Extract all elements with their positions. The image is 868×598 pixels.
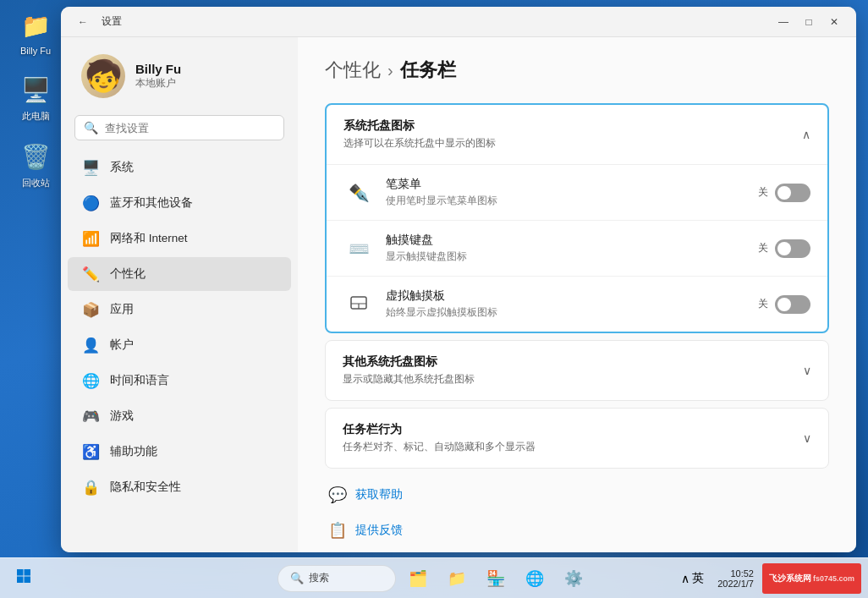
search-icon: 🔍 — [84, 121, 98, 134]
virtual-touchpad-toggle-label: 关 — [758, 297, 768, 311]
desktop-icon-computer-label: 此电脑 — [22, 110, 50, 123]
svg-rect-6 — [25, 577, 31, 584]
desktop-icon-user-label: Billy Fu — [20, 46, 51, 56]
virtual-touchpad-desc: 始终显示虚拟触摸板图标 — [386, 305, 746, 320]
section-other-tray-desc: 显示或隐藏其他系统托盘图标 — [343, 372, 475, 387]
desktop-icon-recycle[interactable]: 🗑️ 回收站 — [8, 140, 63, 189]
network-icon: 📶 — [81, 229, 100, 248]
section-other-tray-title-block: 其他系统托盘图标 显示或隐藏其他系统托盘图标 — [343, 354, 475, 387]
sidebar-item-network[interactable]: 📶 网络和 Internet — [68, 222, 291, 255]
taskbar-folder[interactable]: 📁 — [440, 562, 474, 595]
breadcrumb-separator: › — [387, 61, 393, 80]
section-system-tray-items: ✒️ 笔菜单 使用笔时显示笔菜单图标 关 — [327, 164, 827, 332]
taskbar-edge[interactable]: 🌐 — [518, 562, 552, 595]
tray-lang-icon[interactable]: 英 — [692, 571, 704, 586]
desktop-icon-computer[interactable]: 🖥️ 此电脑 — [8, 73, 63, 123]
section-other-tray-title: 其他系统托盘图标 — [343, 354, 475, 370]
taskbar-settings-pinned[interactable]: ⚙️ — [557, 562, 591, 595]
taskbar-file-explorer[interactable]: 🗂️ — [401, 562, 435, 595]
section-taskbar-behavior-chevron: ∨ — [803, 431, 811, 445]
start-button[interactable] — [7, 562, 41, 595]
sidebar-item-time-label: 时间和语言 — [110, 373, 169, 388]
file-explorer-icon: 🗂️ — [409, 569, 427, 588]
back-button[interactable]: ← — [71, 10, 95, 34]
desktop-icon-recycle-label: 回收站 — [22, 177, 50, 189]
pen-menu-toggle-thumb — [777, 186, 791, 200]
virtual-touchpad-toggle[interactable] — [775, 295, 810, 314]
personalize-icon: ✏️ — [81, 265, 100, 283]
sidebar-item-accounts[interactable]: 👤 帐户 — [68, 328, 291, 362]
sidebar-item-personalize[interactable]: ✏️ 个性化 — [68, 257, 291, 291]
section-system-tray-title: 系统托盘图标 — [343, 118, 496, 134]
help-label: 获取帮助 — [355, 487, 403, 502]
section-system-tray-chevron: ∧ — [802, 128, 810, 141]
maximize-button[interactable]: □ — [797, 10, 821, 34]
title-bar-controls: ← — [71, 10, 95, 34]
pen-menu-toggle[interactable] — [775, 184, 810, 202]
close-button[interactable]: ✕ — [822, 10, 846, 34]
store-icon: 🏪 — [486, 569, 505, 588]
sidebar-item-system[interactable]: 🖥️ 系统 — [68, 151, 291, 184]
provide-section[interactable]: 📋 提供反馈 — [325, 514, 829, 546]
accessibility-icon: ♿ — [81, 442, 100, 461]
title-bar: ← 设置 — □ ✕ — [61, 7, 856, 37]
windows-logo-icon — [16, 568, 31, 588]
system-icon: 🖥️ — [81, 158, 100, 177]
pen-menu-title: 笔菜单 — [386, 177, 746, 192]
section-other-tray-header[interactable]: 其他系统托盘图标 显示或隐藏其他系统托盘图标 ∨ — [326, 341, 828, 400]
touch-keyboard-toggle[interactable] — [775, 239, 810, 258]
settings-body: 🧒 Billy Fu 本地账户 🔍 🖥️ 系统 🔵 — [61, 37, 856, 552]
fengsha-logo[interactable]: 飞沙系统网 fs0745.com — [762, 563, 861, 594]
sidebar: 🧒 Billy Fu 本地账户 🔍 🖥️ 系统 🔵 — [61, 37, 298, 552]
section-other-tray-chevron: ∨ — [803, 364, 811, 377]
touch-keyboard-desc: 显示触摸键盘图标 — [386, 250, 746, 264]
taskbar-center: 🔍 搜索 🗂️ 📁 🏪 🌐 ⚙️ — [277, 562, 591, 595]
recycle-bin-icon: 🗑️ — [19, 140, 52, 173]
taskbar-search-label: 搜索 — [309, 571, 329, 585]
clock-time: 10:52 — [717, 568, 754, 579]
section-system-tray-header[interactable]: 系统托盘图标 选择可以在系统托盘中显示的图标 ∧ — [327, 105, 827, 164]
clock-date: 2022/1/7 — [717, 579, 754, 589]
breadcrumb-parent[interactable]: 个性化 — [325, 58, 381, 83]
taskbar-right: ∧ 英 10:52 2022/1/7 飞沙系统网 fs0745.com — [676, 563, 868, 594]
user-profile[interactable]: 🧒 Billy Fu 本地账户 — [68, 44, 291, 108]
user-name: Billy Fu — [135, 62, 181, 76]
sidebar-item-games-label: 游戏 — [110, 409, 134, 424]
touch-keyboard-toggle-thumb — [777, 242, 791, 255]
user-info: Billy Fu 本地账户 — [135, 62, 181, 91]
tray-up-arrow-icon[interactable]: ∧ — [681, 572, 689, 585]
folder-icon: 📁 — [448, 569, 466, 588]
section-taskbar-behavior-header[interactable]: 任务栏行为 任务栏对齐、标记、自动隐藏和多个显示器 ∨ — [326, 409, 828, 468]
sidebar-item-accessibility[interactable]: ♿ 辅助功能 — [68, 435, 291, 469]
sidebar-item-accounts-label: 帐户 — [110, 337, 134, 353]
pen-menu-control: 关 — [758, 184, 810, 202]
desktop-icons-area: 📁 Billy Fu 🖥️ 此电脑 🗑️ 回收站 — [8, 8, 63, 189]
sidebar-item-apps[interactable]: 📦 应用 — [68, 293, 291, 326]
taskbar-search[interactable]: 🔍 搜索 — [277, 565, 396, 592]
apps-icon: 📦 — [81, 300, 100, 319]
sidebar-item-personalize-label: 个性化 — [110, 266, 146, 282]
computer-icon: 🖥️ — [19, 73, 52, 107]
edge-icon: 🌐 — [525, 569, 544, 588]
minimize-button[interactable]: — — [772, 10, 795, 34]
section-taskbar-behavior-desc: 任务栏对齐、标记、自动隐藏和多个显示器 — [343, 440, 536, 454]
main-content: 个性化 › 任务栏 系统托盘图标 选择可以在系统托盘中显示的图标 ∧ ✒️ — [298, 37, 856, 552]
settings-pinned-icon: ⚙️ — [564, 569, 583, 588]
pen-menu-toggle-label: 关 — [758, 185, 768, 200]
virtual-touchpad-toggle-thumb — [777, 298, 791, 311]
user-folder-icon: 📁 — [19, 8, 52, 42]
clock-display[interactable]: 10:52 2022/1/7 — [712, 567, 759, 590]
desktop-icon-user[interactable]: 📁 Billy Fu — [8, 8, 63, 56]
sidebar-search-box[interactable]: 🔍 — [74, 115, 284, 140]
taskbar-store[interactable]: 🏪 — [479, 562, 513, 595]
sidebar-item-games[interactable]: 🎮 游戏 — [68, 399, 291, 433]
sidebar-item-time[interactable]: 🌐 时间和语言 — [68, 364, 291, 398]
settings-window: ← 设置 — □ ✕ 🧒 Billy Fu 本地账户 🔍 — [61, 7, 856, 552]
setting-touch-keyboard: ⌨️ 触摸键盘 显示触摸键盘图标 关 — [327, 221, 827, 277]
search-input[interactable] — [105, 122, 275, 134]
virtual-touchpad-text: 虚拟触摸板 始终显示虚拟触摸板图标 — [386, 288, 746, 320]
pen-menu-desc: 使用笔时显示笔菜单图标 — [386, 194, 746, 208]
sidebar-item-privacy[interactable]: 🔒 隐私和安全性 — [68, 470, 291, 504]
sidebar-item-bluetooth[interactable]: 🔵 蓝牙和其他设备 — [68, 186, 291, 220]
help-section[interactable]: 💬 获取帮助 — [325, 475, 829, 514]
